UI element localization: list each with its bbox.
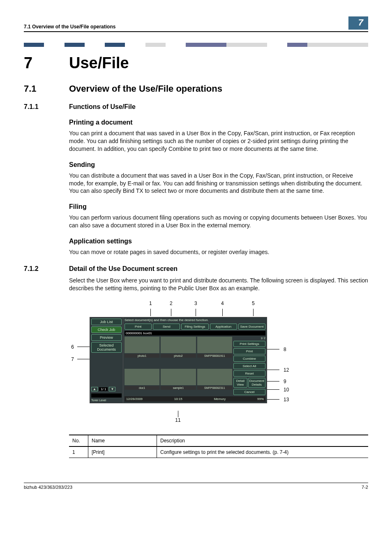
chapter-number: 7 [24, 54, 53, 72]
paragraph-printing: You can print a document that was saved … [69, 130, 368, 153]
callout-11: 11 [175, 417, 180, 423]
callout-6: 6 [71, 344, 74, 350]
running-footer-right: 7-2 [362, 485, 368, 490]
thumbnail-smfp2[interactable]: SMFP08082311 [197, 369, 232, 385]
table-cell-desc: Configure settings to print the selected… [157, 446, 369, 458]
thumbnail-label: photo1 [125, 354, 159, 358]
status-time: 10:15 [174, 397, 182, 401]
paragraph-filing: You can perform various document filing … [69, 214, 368, 229]
thumbnail-label: SMFP08081911 [197, 354, 232, 358]
left-pager-up-icon[interactable]: ▲ [91, 387, 98, 391]
thumbnail-label: doc1 [125, 386, 159, 390]
callout-5: 5 [252, 301, 255, 306]
section-7-1-2-number: 7.1.2 [24, 265, 53, 273]
tab-application[interactable]: Application [210, 324, 237, 330]
callout-1: 1 [149, 301, 152, 306]
thumbnail-label: photo2 [161, 354, 196, 358]
tab-print[interactable]: Print [125, 324, 152, 330]
callout-4: 4 [221, 301, 224, 306]
reset-button[interactable]: Reset [233, 370, 265, 377]
table-row: 1 [Print] Configure settings to print th… [69, 446, 368, 458]
document-details-button[interactable]: Document Details [248, 378, 265, 388]
right-pager-value: 1/ 2 [233, 337, 265, 340]
status-memory-label: Memory [214, 397, 226, 401]
callout-12: 12 [284, 367, 289, 373]
thumbnail-sample1[interactable]: sample1 [161, 369, 196, 385]
section-7-1-1-number: 7.1.1 [24, 103, 53, 111]
print-button[interactable]: Print [233, 348, 265, 354]
left-pager-value: 1/ 1 [99, 387, 108, 391]
selected-documents-button[interactable]: Selected Documents [91, 342, 122, 353]
callout-10: 10 [284, 387, 289, 393]
settings-description-table: No. Name Description 1 [Print] Configure… [69, 435, 368, 458]
running-footer-left: bizhub 423/363/283/223 [24, 485, 72, 490]
tab-save-document[interactable]: Save Document [238, 324, 265, 330]
running-header-left: 7.1 Overview of the Use/File operations [24, 24, 115, 30]
table-cell-no: 1 [69, 446, 88, 458]
preview-button[interactable]: Preview [91, 334, 122, 341]
tab-send[interactable]: Send [153, 324, 180, 330]
check-job-button[interactable]: Check Job [91, 326, 122, 333]
status-memory-percent: 99% [257, 397, 264, 401]
tab-filing-settings[interactable]: Filing Settings [181, 324, 208, 330]
chapter-title: Use/File [69, 54, 129, 72]
heading-sending: Sending [69, 161, 368, 169]
thumbnail-label: sample1 [161, 386, 196, 390]
callout-3: 3 [194, 301, 197, 306]
heading-filing: Filing [69, 203, 368, 210]
print-settings-button[interactable]: Print Settings [233, 341, 265, 347]
running-header-rule [24, 31, 368, 32]
callout-8: 8 [284, 347, 286, 352]
table-cell-name: [Print] [88, 446, 157, 458]
detail-view-button[interactable]: Detail View [233, 378, 247, 388]
decorative-color-bar [24, 43, 368, 47]
callout-13: 13 [284, 397, 289, 402]
section-7-1-2-title: Detail of the Use Document screen [69, 265, 178, 273]
running-header-right: 7 [348, 16, 368, 30]
cancel-button[interactable]: Cancel [233, 389, 265, 395]
paragraph-sending: You can distribute a document that was s… [69, 172, 368, 195]
running-footer-rule [24, 483, 368, 483]
heading-printing-a-document: Printing a document [69, 119, 368, 126]
section-7-1-1-title: Functions of Use/File [69, 103, 136, 111]
thumbnail-photo1[interactable]: photo1 [125, 337, 159, 353]
thumbnail-label: SMFP08082311 [197, 386, 232, 390]
table-header-description: Description [157, 435, 369, 446]
paragraph-7-1-2: Select the User Box where you want to pr… [69, 277, 368, 292]
callout-9: 9 [284, 379, 286, 384]
user-box-id-label: 000000001 box01 [125, 331, 265, 335]
screen-message: Select document(s) and then choose the d… [125, 319, 265, 322]
device-screen: Job List Check Job Preview Selected Docu… [90, 317, 267, 403]
heading-application-settings: Application settings [69, 238, 368, 245]
thumbnail-smfp1[interactable]: SMFP08081911 [197, 337, 232, 353]
use-document-screen-figure: 1 2 3 4 5 6 7 Job List Check Job P [69, 301, 368, 423]
table-header-no: No. [69, 435, 88, 446]
thumbnail-photo2[interactable]: photo2 [161, 337, 196, 353]
callout-2: 2 [170, 301, 173, 306]
section-7-1-number: 7.1 [24, 83, 53, 94]
status-date: 12/28/2009 [126, 397, 143, 401]
combine-button[interactable]: Combine [233, 356, 265, 362]
table-header-name: Name [88, 435, 157, 446]
section-7-1-title: Overview of the Use/File operations [69, 83, 222, 94]
paragraph-application-settings: You can move or rotate pages in saved do… [69, 248, 368, 256]
callout-7: 7 [71, 356, 74, 362]
job-list-button[interactable]: Job List [91, 319, 122, 325]
left-pager-down-icon[interactable]: ▼ [109, 387, 115, 391]
thumbnail-doc1[interactable]: doc1 [125, 369, 159, 385]
toner-level-label: Toner Level [91, 399, 122, 402]
select-all-button[interactable]: Select All [233, 363, 265, 369]
